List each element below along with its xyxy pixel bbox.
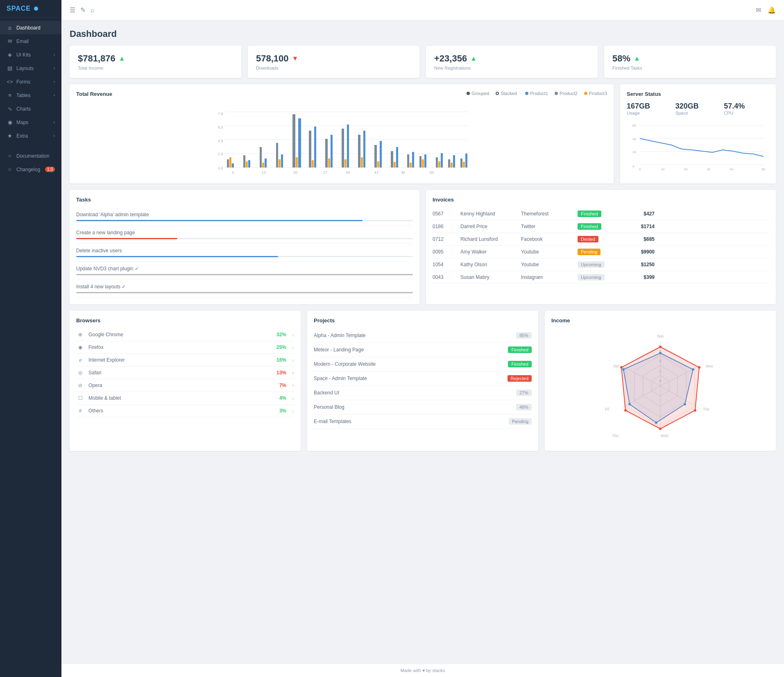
- svg-text:13: 13: [262, 170, 266, 174]
- svg-rect-13: [246, 161, 248, 168]
- invoice-amount: $427: [622, 211, 655, 217]
- svg-text:Thu: Thu: [612, 434, 619, 438]
- invoice-amount: $1250: [622, 262, 655, 267]
- main-content: ☰ ✎ ⌕ ✉ 🔔 Dashboard $781,876 ▲ Total Inc…: [61, 0, 784, 677]
- svg-text:50: 50: [762, 168, 766, 171]
- svg-rect-47: [412, 152, 414, 168]
- task-name: Delete inactive users: [76, 248, 413, 254]
- project-status: Finished: [508, 361, 532, 367]
- trend-up-icon: ↓: [292, 358, 294, 362]
- sidebar-item-label: Documentation: [16, 153, 50, 159]
- project-item: Personal Blog 48%: [314, 400, 532, 414]
- svg-text:7.8: 7.8: [218, 112, 223, 116]
- tables-icon: ≡: [7, 92, 13, 98]
- browsers-card: Browsers ⊕ Google Chrome 32% ↓ ◉ Firefox…: [70, 311, 301, 451]
- svg-text:6.0: 6.0: [218, 125, 223, 129]
- svg-text:Sat: Sat: [613, 364, 619, 368]
- bell-icon[interactable]: 🔔: [768, 6, 776, 14]
- search-icon[interactable]: ⌕: [91, 7, 95, 14]
- chevron-icon: ›: [54, 52, 55, 57]
- safari-icon: ◎: [76, 370, 84, 376]
- mail-icon[interactable]: ✉: [756, 6, 761, 14]
- task-name: Install 4 new layouts ✓: [76, 284, 413, 290]
- svg-text:4.0: 4.0: [218, 139, 223, 143]
- invoice-amount: $399: [622, 274, 655, 280]
- svg-rect-44: [363, 131, 365, 168]
- sidebar-item-uikits[interactable]: ◈ UI Kits ›: [0, 48, 61, 61]
- svg-rect-27: [361, 157, 363, 168]
- svg-rect-33: [410, 163, 412, 168]
- svg-rect-10: [227, 159, 229, 168]
- invoice-name: Susan Mabry: [460, 274, 518, 280]
- revenue-chart-title: Total Revenue: [76, 91, 112, 97]
- server-stat-label: CPU: [724, 111, 769, 115]
- svg-text:40: 40: [730, 168, 734, 171]
- invoice-row: 0712 Richard Lunsford Facebook Denied $6…: [433, 233, 769, 246]
- project-name: Personal Blog: [314, 404, 513, 410]
- svg-point-113: [624, 409, 627, 412]
- sidebar-item-tables[interactable]: ≡ Tables ›: [0, 88, 61, 102]
- sidebar-item-extra[interactable]: ★ Extra ›: [0, 129, 61, 143]
- svg-rect-39: [281, 154, 283, 168]
- svg-text:Fri: Fri: [605, 407, 610, 411]
- status-badge: Finished: [578, 223, 601, 230]
- sidebar-item-documentation[interactable]: ○ Documentation: [0, 149, 61, 163]
- task-progress: [76, 220, 363, 221]
- edit-icon[interactable]: ✎: [80, 6, 86, 14]
- task-name: Update NVD3 chart plugin ✓: [76, 266, 413, 272]
- sidebar-item-charts[interactable]: ∿ Charts: [0, 102, 61, 115]
- sidebar-item-label: Extra: [16, 133, 28, 139]
- task-progress: [76, 274, 413, 275]
- chevron-icon: ›: [54, 79, 55, 84]
- stat-value: 58% ▲: [612, 53, 768, 64]
- svg-rect-55: [460, 158, 462, 168]
- project-status: 85%: [516, 332, 532, 339]
- stat-card-downloads: 578,100 ▼ Downloads: [248, 46, 419, 78]
- invoice-row: 1054 Kathy Olson Youtube Upcoming $1250: [433, 258, 769, 271]
- sidebar-item-label: Tables: [16, 93, 31, 98]
- svg-text:30: 30: [707, 168, 711, 171]
- svg-rect-24: [342, 129, 344, 168]
- project-status: Rejected: [508, 375, 532, 382]
- svg-text:Mon: Mon: [706, 364, 713, 368]
- invoice-row: 0567 Kenny Highland Themeforest Finished…: [433, 208, 769, 220]
- invoice-company: Youtube: [521, 249, 574, 255]
- server-status-card: Server Status 167GB Usage 320GB Space 57…: [620, 84, 776, 183]
- svg-text:Tue: Tue: [703, 407, 709, 411]
- mobile-icon: ☐: [76, 395, 84, 401]
- invoice-amount: $685: [622, 236, 655, 242]
- sidebar-item-maps[interactable]: ◉ Maps ›: [0, 115, 61, 129]
- layouts-icon: ▤: [7, 65, 13, 71]
- sidebar-item-forms[interactable]: <> Forms ›: [0, 75, 61, 88]
- project-item: Meteor - Landing Page Finished: [314, 343, 532, 357]
- changelog-icon: ○: [7, 166, 13, 172]
- chevron-icon: ›: [54, 93, 55, 97]
- project-item: Modern - Corporate Website Finished: [314, 357, 532, 371]
- invoice-id: 0095: [433, 249, 457, 255]
- svg-point-111: [694, 409, 696, 412]
- browser-item: # Others 3% ↓: [76, 405, 294, 417]
- svg-rect-37: [248, 160, 250, 168]
- menu-icon[interactable]: ☰: [70, 6, 75, 14]
- svg-rect-23: [328, 158, 330, 168]
- svg-text:2.0: 2.0: [218, 152, 223, 156]
- sidebar-item-dashboard[interactable]: ⌂ Dashboard: [0, 21, 61, 34]
- sidebar-item-email[interactable]: ✉ Email: [0, 34, 61, 48]
- trend-down-icon: ▼: [292, 55, 299, 62]
- tasks-card: Tasks Download 'Alpha' admin template Cr…: [70, 190, 419, 304]
- browser-name: Google Chrome: [88, 332, 272, 337]
- svg-text:34: 34: [346, 170, 350, 174]
- svg-rect-43: [347, 125, 349, 168]
- projects-card: Projects Alpha - Admin Template 85% Mete…: [307, 311, 538, 451]
- svg-text:27: 27: [323, 170, 327, 174]
- sidebar-item-changelog[interactable]: ○ Changelog 1.0: [0, 163, 61, 176]
- project-name: Space - Admin Template: [314, 376, 504, 381]
- trend-up-icon: ↓: [292, 333, 294, 337]
- project-name: E-mail Templates: [314, 419, 505, 424]
- project-status: Pending: [509, 418, 532, 425]
- browser-item: ℯ Internet Explorer 16% ↓: [76, 354, 294, 367]
- sidebar-item-layouts[interactable]: ▤ Layouts ›: [0, 61, 61, 75]
- maps-icon: ◉: [7, 119, 13, 125]
- svg-rect-30: [391, 151, 393, 168]
- page-content: Dashboard $781,876 ▲ Total Income 578,10…: [61, 20, 784, 663]
